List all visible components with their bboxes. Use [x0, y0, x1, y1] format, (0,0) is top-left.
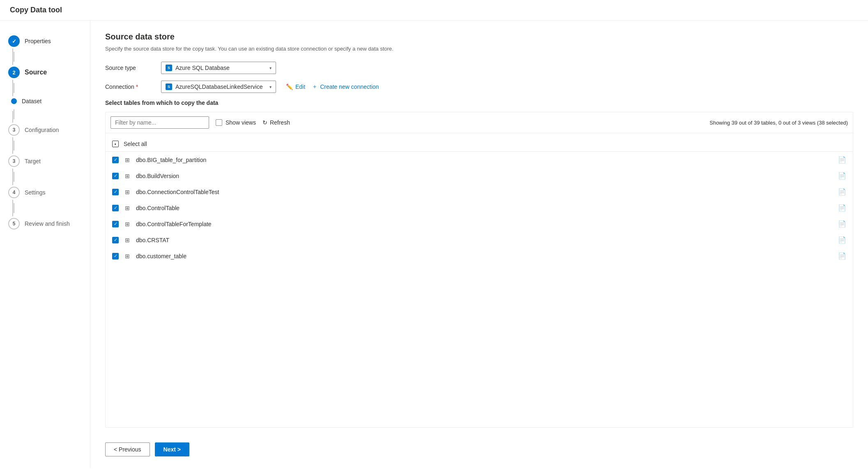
- step-circle-properties: ✓: [8, 35, 20, 47]
- show-views-checkbox[interactable]: [216, 119, 222, 126]
- table-checkbox-1[interactable]: ✓: [112, 173, 119, 179]
- next-button[interactable]: Next >: [155, 442, 189, 456]
- check-icon: ✓: [114, 221, 117, 227]
- table-row[interactable]: ✓ ⊞ dbo.customer_table 📄: [106, 248, 853, 264]
- table-checkbox-0[interactable]: ✓: [112, 157, 119, 163]
- table-row[interactable]: ✓ ⊞ dbo.ControlTableForTemplate 📄: [106, 216, 853, 232]
- table-checkbox-3[interactable]: ✓: [112, 205, 119, 211]
- step-connector-5: [14, 172, 14, 182]
- doc-icon-5[interactable]: 📄: [838, 236, 846, 244]
- step-label-review: Review and finish: [25, 220, 70, 227]
- step-connector-1: [14, 52, 14, 62]
- table-row[interactable]: ✓ ⊞ dbo.ConnectionControlTableTest 📄: [106, 184, 853, 200]
- select-tables-title: Select tables from which to copy the dat…: [105, 100, 853, 106]
- table-row[interactable]: ✓ ⊞ dbo.ControlTable 📄: [106, 200, 853, 216]
- step-label-dataset: Dataset: [22, 98, 41, 104]
- previous-button[interactable]: < Previous: [105, 442, 150, 456]
- sidebar-item-properties[interactable]: ✓ Properties: [0, 30, 90, 52]
- table-grid-icon: ⊞: [124, 253, 131, 259]
- source-type-dropdown[interactable]: S Azure SQL Database ▾: [161, 62, 276, 74]
- table-grid-icon: ⊞: [124, 205, 131, 211]
- required-marker: *: [136, 83, 138, 90]
- table-row[interactable]: ✓ ⊞ dbo.BuildVersion 📄: [106, 168, 853, 184]
- table-name-6: dbo.customer_table: [136, 253, 186, 259]
- sidebar-item-review[interactable]: 5 Review and finish: [0, 213, 90, 234]
- check-icon: ✓: [114, 253, 117, 259]
- table-checkbox-6[interactable]: ✓: [112, 253, 119, 259]
- select-all-row[interactable]: ▪ Select all: [106, 137, 853, 152]
- connection-value: AzureSQLDatabaseLinkedService: [175, 83, 262, 90]
- doc-icon-3[interactable]: 📄: [838, 204, 846, 212]
- step-connector-4: [14, 141, 14, 150]
- sidebar-item-settings[interactable]: 4 Settings: [0, 182, 90, 203]
- check-icon: ✓: [114, 189, 117, 194]
- plus-icon: ＋: [312, 83, 318, 90]
- source-type-label: Source type: [105, 65, 154, 71]
- step-circle-source: 2: [8, 67, 20, 78]
- table-name-0: dbo.BIG_table_for_partition: [136, 157, 206, 163]
- azure-sql-icon: S: [166, 65, 172, 71]
- table-checkbox-4[interactable]: ✓: [112, 221, 119, 227]
- check-icon: ✓: [114, 237, 117, 243]
- step-connector-2: [14, 83, 14, 93]
- table-name-2: dbo.ConnectionControlTableTest: [136, 189, 219, 195]
- connection-label: Connection *: [105, 83, 154, 90]
- select-all-checkbox[interactable]: ▪: [112, 141, 119, 147]
- sidebar-item-dataset[interactable]: Dataset: [0, 93, 90, 109]
- table-grid-icon: ⊞: [124, 237, 131, 243]
- table-name-3: dbo.ControlTable: [136, 205, 180, 211]
- doc-icon-1[interactable]: 📄: [838, 172, 846, 180]
- refresh-icon: ↻: [262, 119, 267, 126]
- page-description: Specify the source data store for the co…: [105, 46, 853, 52]
- doc-icon-0[interactable]: 📄: [838, 156, 846, 164]
- table-name-4: dbo.ControlTableForTemplate: [136, 221, 212, 227]
- table-grid-icon: ⊞: [124, 221, 131, 227]
- table-selection-panel: Show views ↻ Refresh Showing 39 out of 3…: [105, 112, 853, 428]
- create-connection-button[interactable]: ＋ Create new connection: [312, 83, 379, 90]
- step-connector-6: [14, 203, 14, 213]
- sidebar-item-source[interactable]: 2 Source: [0, 62, 90, 83]
- doc-icon-4[interactable]: 📄: [838, 220, 846, 228]
- table-checkbox-5[interactable]: ✓: [112, 237, 119, 243]
- show-views-checkbox-label[interactable]: Show views: [216, 119, 256, 126]
- table-list: ▪ Select all ✓ ⊞ dbo.BIG_table_for_parti…: [106, 133, 853, 427]
- sidebar: ✓ Properties 2 Source Dataset 3 Configur…: [0, 21, 90, 468]
- chevron-down-icon: ▾: [269, 66, 272, 70]
- refresh-button[interactable]: ↻ Refresh: [262, 119, 290, 126]
- connection-chevron-icon: ▾: [269, 85, 272, 89]
- main-content: Source data store Specify the source dat…: [90, 21, 868, 468]
- table-name-1: dbo.BuildVersion: [136, 173, 179, 179]
- sidebar-item-target[interactable]: 3 Target: [0, 150, 90, 172]
- table-grid-icon: ⊞: [124, 157, 131, 163]
- page-title: Source data store: [105, 32, 853, 42]
- table-row[interactable]: ✓ ⊞ dbo.CRSTAT 📄: [106, 232, 853, 248]
- table-checkbox-2[interactable]: ✓: [112, 189, 119, 195]
- step-label-source: Source: [25, 69, 47, 76]
- table-name-5: dbo.CRSTAT: [136, 237, 169, 243]
- step-label-settings: Settings: [25, 189, 46, 196]
- connection-db-icon: S: [166, 83, 172, 90]
- step-label-target: Target: [25, 158, 41, 164]
- step-label-properties: Properties: [25, 38, 51, 44]
- edit-icon: ✏️: [286, 83, 293, 90]
- doc-icon-6[interactable]: 📄: [838, 252, 846, 260]
- edit-connection-button[interactable]: ✏️ Edit: [286, 83, 305, 90]
- step-circle-dataset: [11, 98, 17, 104]
- filter-input[interactable]: [111, 116, 209, 129]
- step-circle-configuration: 3: [8, 124, 20, 136]
- table-count-info: Showing 39 out of 39 tables, 0 out of 3 …: [709, 120, 848, 126]
- step-circle-review: 5: [8, 218, 20, 229]
- app-title: Copy Data tool: [0, 0, 868, 21]
- connection-dropdown[interactable]: S AzureSQLDatabaseLinkedService ▾: [161, 81, 276, 93]
- source-type-row: Source type S Azure SQL Database ▾: [105, 62, 853, 74]
- table-grid-icon: ⊞: [124, 173, 131, 179]
- connection-actions: ✏️ Edit ＋ Create new connection: [286, 83, 379, 90]
- table-toolbar: Show views ↻ Refresh Showing 39 out of 3…: [106, 112, 853, 133]
- check-icon: ✓: [114, 173, 117, 178]
- check-icon: ✓: [114, 205, 117, 211]
- table-grid-icon: ⊞: [124, 189, 131, 195]
- sidebar-item-configuration[interactable]: 3 Configuration: [0, 119, 90, 141]
- doc-icon-2[interactable]: 📄: [838, 188, 846, 196]
- table-row[interactable]: ✓ ⊞ dbo.BIG_table_for_partition 📄: [106, 152, 853, 168]
- step-circle-settings: 4: [8, 187, 20, 198]
